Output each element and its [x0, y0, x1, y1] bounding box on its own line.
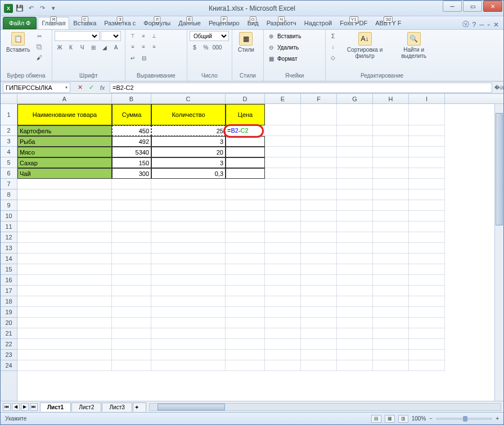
- cell-C6[interactable]: 0,3: [151, 168, 226, 179]
- ribbon-minimize-icon[interactable]: ⓥ: [462, 20, 469, 29]
- row-header-8[interactable]: 8: [1, 189, 17, 200]
- cell-C3[interactable]: 3: [151, 136, 226, 147]
- cell-C2[interactable]: 25: [151, 125, 226, 136]
- cell-D4[interactable]: [226, 147, 265, 157]
- cell-D5[interactable]: [226, 157, 265, 168]
- format-cells-button[interactable]: ▦: [266, 53, 276, 64]
- qat-dropdown-icon[interactable]: ▾: [49, 4, 58, 13]
- sheet-nav-last[interactable]: ⏭: [30, 403, 38, 411]
- tab-formulas[interactable]: ФормулыЛ: [140, 17, 174, 29]
- row-header-11[interactable]: 11: [1, 221, 17, 232]
- row-header-6[interactable]: 6: [1, 168, 17, 179]
- row-header-18[interactable]: 18: [1, 296, 17, 307]
- row-header-9[interactable]: 9: [1, 200, 17, 211]
- row-header-20[interactable]: 20: [1, 318, 17, 328]
- doc-restore-icon[interactable]: ▫: [488, 21, 490, 29]
- row-header-16[interactable]: 16: [1, 275, 17, 286]
- close-button[interactable]: ✕: [483, 1, 502, 12]
- autosum-button[interactable]: Σ: [328, 31, 338, 41]
- name-box[interactable]: ГИПЕРССЫЛКА▾: [3, 83, 70, 93]
- row-header-4[interactable]: 4: [1, 147, 17, 157]
- border-button[interactable]: ⊞: [88, 42, 98, 52]
- fill-button[interactable]: ↓: [328, 42, 338, 52]
- row-header-12[interactable]: 12: [1, 232, 17, 243]
- cell-B5[interactable]: 150: [112, 157, 151, 168]
- cell-B4[interactable]: 5340: [112, 147, 151, 157]
- cell-A6[interactable]: Чай: [17, 168, 112, 179]
- cell-D1[interactable]: Цена: [226, 104, 265, 125]
- align-right-button[interactable]: ≡: [149, 42, 159, 52]
- bold-button[interactable]: Ж: [55, 42, 65, 52]
- wrap-text-button[interactable]: ↵: [128, 53, 138, 63]
- sort-filter-button[interactable]: A↓ Сортировка и фильтр: [339, 31, 390, 60]
- align-middle-button[interactable]: ≡: [138, 31, 148, 41]
- row-header-10[interactable]: 10: [1, 211, 17, 221]
- qat-save-icon[interactable]: 💾: [15, 4, 24, 13]
- formula-input[interactable]: =B2-C2: [110, 83, 492, 93]
- font-color-button[interactable]: A: [111, 42, 121, 52]
- find-select-button[interactable]: 🔍 Найти и выделить: [392, 31, 436, 60]
- cell-D2[interactable]: =B2-C2: [226, 125, 265, 136]
- italic-button[interactable]: К: [66, 42, 76, 52]
- row-header-22[interactable]: 22: [1, 339, 17, 350]
- col-header-A[interactable]: A: [17, 94, 112, 103]
- tab-page-layout[interactable]: Разметка сЗ: [100, 17, 140, 29]
- maximize-button[interactable]: ▭: [463, 1, 482, 12]
- col-header-G[interactable]: G: [337, 94, 373, 103]
- align-left-button[interactable]: ≡: [128, 42, 138, 52]
- view-layout-button[interactable]: ▦: [385, 415, 395, 423]
- col-header-C[interactable]: C: [151, 94, 226, 103]
- col-header-D[interactable]: D: [226, 94, 265, 103]
- cell-D3[interactable]: [226, 136, 265, 147]
- cell-E1[interactable]: [265, 104, 301, 125]
- row-header-24[interactable]: 24: [1, 360, 17, 371]
- clear-button[interactable]: ◇: [328, 52, 338, 62]
- cell-A5[interactable]: Сахар: [17, 157, 112, 168]
- formula-accept-button[interactable]: ✓: [86, 83, 96, 93]
- cell-B6[interactable]: 300: [112, 168, 151, 179]
- file-tab[interactable]: Файл Ф: [3, 17, 37, 29]
- tab-view[interactable]: ВидО: [244, 17, 263, 29]
- zoom-in-button[interactable]: +: [496, 415, 499, 422]
- horizontal-scrollbar[interactable]: [149, 403, 501, 411]
- cell-B1[interactable]: Сумма: [112, 104, 151, 125]
- cell-D6[interactable]: [226, 168, 265, 179]
- sheet-nav-first[interactable]: ⏮: [3, 403, 11, 411]
- row-header-3[interactable]: 3: [1, 136, 17, 147]
- percent-button[interactable]: %: [201, 42, 211, 52]
- fx-button[interactable]: fx: [97, 83, 107, 93]
- cell-B3[interactable]: 492: [112, 136, 151, 147]
- select-all-corner[interactable]: [1, 94, 17, 103]
- excel-app-icon[interactable]: X: [4, 4, 13, 13]
- cell-C5[interactable]: 3: [151, 157, 226, 168]
- cell-A2[interactable]: Картофель: [17, 125, 112, 136]
- qat-redo-icon[interactable]: ↷: [38, 4, 47, 13]
- vertical-scrollbar[interactable]: [494, 104, 503, 401]
- cell-A4[interactable]: Мясо: [17, 147, 112, 157]
- row-header-5[interactable]: 5: [1, 157, 17, 168]
- cell-A1[interactable]: Наименование товара: [17, 104, 112, 125]
- merge-button[interactable]: ⊟: [139, 53, 149, 63]
- paste-button[interactable]: 📋 Вставить: [3, 31, 33, 54]
- help-icon[interactable]: ?: [472, 21, 476, 29]
- row-header-14[interactable]: 14: [1, 254, 17, 264]
- align-top-button[interactable]: ⊤: [128, 31, 138, 41]
- sheet-tab-3[interactable]: Лист3: [102, 403, 132, 412]
- doc-minimize-icon[interactable]: ─: [479, 21, 484, 29]
- row-header-15[interactable]: 15: [1, 264, 17, 275]
- tab-developer[interactable]: РазработчЧ: [263, 17, 300, 29]
- view-pagebreak-button[interactable]: ▥: [398, 415, 408, 423]
- formula-cancel-button[interactable]: ✕: [75, 83, 85, 93]
- sheet-tab-1[interactable]: Лист1: [40, 403, 71, 412]
- minimize-button[interactable]: ─: [443, 1, 462, 12]
- col-header-I[interactable]: I: [409, 94, 445, 103]
- doc-close-icon[interactable]: ✕: [493, 21, 499, 29]
- row-header-1[interactable]: 1: [1, 104, 17, 125]
- insert-cells-button[interactable]: ⊕: [266, 31, 276, 41]
- formula-expand-button[interactable]: �útí: [494, 85, 503, 91]
- cell-C4[interactable]: 20: [151, 147, 226, 157]
- tab-home[interactable]: ГлавнаяЯ: [38, 17, 69, 29]
- font-size-select[interactable]: [101, 31, 121, 41]
- tab-data[interactable]: ДанныеЁ: [174, 17, 205, 29]
- format-painter-button[interactable]: 🖌: [34, 52, 44, 62]
